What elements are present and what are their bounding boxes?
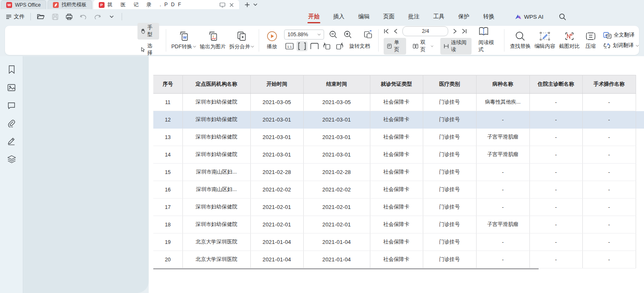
actual-size-button[interactable]: 1:1 [284, 41, 295, 51]
ribbon-tab-工具[interactable]: 工具 [432, 10, 445, 24]
export-image-button[interactable]: 输出为图片 [198, 31, 227, 50]
table-cell: 门诊挂号 [423, 233, 476, 251]
continuous-read-button[interactable]: 连续阅读 [440, 38, 472, 55]
rotate-doc-button[interactable]: 旋转文档 [349, 43, 370, 50]
close-tab-icon[interactable] [230, 3, 234, 7]
ribbon-tab-保护[interactable]: 保护 [457, 10, 470, 24]
ribbon-tab-转换[interactable]: 转换 [482, 10, 495, 24]
new-tab-button[interactable] [245, 2, 250, 7]
pdf-file-icon: P [99, 2, 105, 8]
ribbon-tab-开始[interactable]: 开始 [307, 10, 320, 24]
pdf-convert-button[interactable]: W PDF转换 [169, 31, 198, 50]
file-menu-button[interactable]: 文件 [6, 13, 25, 20]
table-cell: 社会保障卡 [370, 129, 423, 146]
rotate-right-button[interactable] [334, 41, 345, 51]
table-cell: - [529, 111, 582, 129]
tab-wps-office[interactable]: W WPS Office [1, 0, 46, 9]
find-replace-button[interactable]: 查找替换 [508, 31, 533, 50]
ribbon-tab-页面[interactable]: 页面 [382, 10, 395, 24]
play-button[interactable]: 播放 [263, 31, 280, 50]
single-page-button[interactable]: 单页 [384, 38, 406, 55]
bookmark-icon[interactable] [7, 65, 17, 74]
filler-cell [636, 233, 644, 251]
zoom-level-value: 105.88% [287, 32, 308, 37]
read-mode-button[interactable]: 阅读模式 [475, 38, 499, 55]
double-page-button[interactable]: 双页 [409, 38, 437, 55]
tab-list-chevron-icon[interactable] [253, 3, 257, 6]
rotate-left-button[interactable] [322, 41, 332, 51]
tab-label: WPS Office [15, 2, 41, 8]
find-replace-label: 查找替换 [510, 43, 531, 50]
split-merge-button[interactable]: 拆分合并 [227, 31, 257, 50]
open-file-icon[interactable] [37, 12, 45, 21]
last-page-button[interactable] [462, 29, 467, 34]
table-cell: 2021-02-28 [303, 164, 370, 181]
fit-page-button[interactable] [309, 41, 320, 51]
ribbon-tab-插入[interactable]: 插入 [332, 10, 345, 24]
table-cell: 社会保障卡 [370, 199, 423, 216]
column-header: 序号 [153, 75, 182, 94]
hand-icon [141, 28, 145, 34]
table-cell: - [582, 146, 636, 164]
prev-page-button[interactable] [394, 29, 397, 34]
full-translate-icon: A [603, 32, 612, 39]
hand-tool-button[interactable]: 手型 [137, 23, 160, 40]
document-page[interactable]: 序号定点医药机构名称开始时间结束时间就诊凭证类型医疗类别病种名称住院主诊断名称手… [149, 56, 644, 293]
table-cell: 社会保障卡 [370, 181, 423, 199]
fit-width-button[interactable] [297, 41, 307, 51]
screenshot-compare-button[interactable]: 截图对比 [557, 31, 582, 50]
filler-cell [636, 216, 644, 233]
save-icon[interactable] [51, 12, 59, 21]
compress-button[interactable]: 压缩 [582, 31, 599, 50]
zoom-in-button[interactable] [342, 30, 353, 40]
first-page-button[interactable] [384, 29, 389, 34]
full-translate-button[interactable]: A 全文翻译 [603, 32, 634, 39]
word-translate-button[interactable]: A文 划词翻译 [603, 42, 639, 49]
zoom-level-input[interactable]: 105.88% [284, 30, 324, 40]
print-icon[interactable] [65, 12, 73, 21]
table-cell: 社会保障卡 [370, 233, 423, 251]
table-cell: 2021-03-05 [250, 94, 303, 111]
table-cell: 门诊挂号 [423, 146, 476, 164]
next-page-button[interactable] [453, 29, 457, 34]
filler-cell [636, 181, 644, 199]
filler-cell [636, 164, 644, 181]
table-cell: - [529, 164, 582, 181]
wps-ai-button[interactable]: WPS AI [515, 14, 544, 20]
redo-icon[interactable] [93, 12, 102, 21]
edit-content-button[interactable]: 编辑内容 [532, 31, 557, 50]
undo-icon[interactable] [79, 12, 87, 21]
play-label: 播放 [267, 43, 277, 50]
zoom-out-button[interactable] [328, 30, 339, 40]
signature-icon[interactable] [7, 136, 17, 146]
select-tool-button[interactable]: 选择 [137, 41, 160, 58]
ribbon-tab-批注[interactable]: 批注 [407, 10, 420, 24]
table-cell: 2021-03-01 [250, 146, 303, 164]
ribbon-tab-编辑[interactable]: 编辑 [357, 10, 370, 24]
read-mode-icon [479, 27, 489, 36]
tab-docer-templates[interactable]: 找稻壳模板 [47, 0, 92, 9]
divider [122, 13, 122, 20]
page-number-input[interactable]: 2/4 [402, 26, 448, 36]
table-cell: 2021-03-01 [303, 111, 370, 129]
table-cell: 北京大学深圳医院 [182, 251, 250, 268]
find-replace-icon [515, 31, 525, 41]
table-cell: - [582, 164, 636, 181]
image-icon[interactable] [7, 82, 17, 92]
side-panel[interactable] [24, 56, 149, 293]
tab-document-pdf[interactable]: P 就 医 记 录 .PDF [93, 0, 239, 9]
table-cell: 子宫平滑肌瘤 [476, 129, 529, 146]
search-icon[interactable] [559, 13, 566, 20]
layers-icon[interactable] [7, 154, 17, 164]
wps-logo-icon: W [6, 2, 12, 8]
table-cell: 深圳市妇幼保健院 [182, 111, 250, 129]
table-cell: 子宫平滑肌瘤 [476, 146, 529, 164]
svg-text:W: W [183, 35, 187, 40]
more-tools-chevron-icon[interactable] [107, 12, 116, 21]
attachment-icon[interactable] [7, 118, 17, 128]
monitor-icon[interactable] [220, 2, 225, 7]
table-row: 14深圳市妇幼保健院2021-03-012021-03-01社会保障卡门诊挂号子… [153, 146, 644, 164]
chevron-down-icon [317, 33, 321, 36]
filler-cell [636, 129, 644, 146]
comment-icon[interactable] [7, 100, 17, 110]
